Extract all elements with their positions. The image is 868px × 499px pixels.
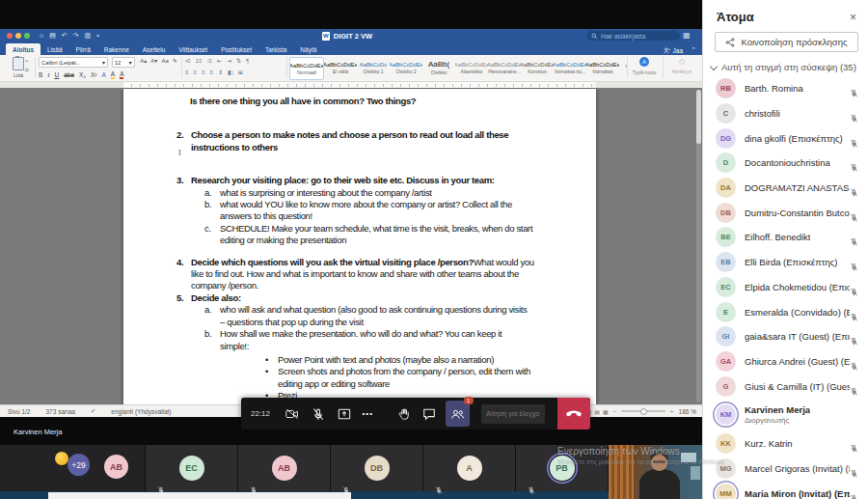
tab-aloitus[interactable]: Aloitus [6,43,41,55]
mic-off-indicator[interactable] [850,439,858,448]
zoom-level[interactable]: 186 % [679,408,696,415]
participant-row[interactable]: GAGhiurca Andrei (Guest) (Επισκ. [703,349,868,374]
more-actions-button[interactable]: ••• [357,409,378,418]
style-otsikko-1[interactable]: AaBbCcDcOtsikko 1 [357,57,390,78]
mic-off-indicator[interactable] [850,357,858,366]
font-size-select[interactable]: 12▾ [112,57,135,68]
style-otsikko-2[interactable]: AaBbCcDdEeOtsikko 2 [390,57,422,78]
bullets-button[interactable]: •≡ [185,57,191,66]
zoom-window-button[interactable] [24,33,30,39]
borders-button[interactable]: ⊞ [238,69,243,77]
tab-viittaukset[interactable]: Viittaukset [172,43,214,55]
font-color-button[interactable]: A [120,70,123,79]
word-count[interactable]: 373 sanaa [46,408,75,415]
indent-button[interactable]: ⇥ [227,57,231,66]
redo-icon[interactable]: ↷ [73,29,79,42]
share-invite-button[interactable]: Κοινοποίηση πρόσκλησης [715,32,858,52]
close-panel-button[interactable]: × [850,12,856,23]
participant-row[interactable]: DGdina gkolfi (Επισκέπτης) [703,125,868,151]
participant-tile-ec[interactable]: EC [146,445,237,491]
share-button[interactable]: Jaa [664,47,683,54]
mic-off-indicator[interactable] [850,208,858,217]
participant-row[interactable]: EBElli Birda (Επισκέπτης) [703,250,868,275]
mic-off-indicator[interactable] [850,233,858,241]
mic-off-indicator[interactable] [850,258,858,266]
language-indicator[interactable]: englanti (Yhdysvallat) [111,408,171,415]
in-meeting-section-header[interactable]: Αυτή τη στιγμή στη σύσκεψη (35) [711,62,861,72]
align-right-button[interactable]: ≡ [202,69,205,77]
minimize-window-button[interactable] [15,33,21,39]
share-sheet-icon[interactable]: ▦ [683,31,691,40]
style-alaotsikko[interactable]: AaBbCcDdEeAlaotsikko [455,57,488,78]
page-indicator[interactable]: Sivu 1/2 [8,408,31,415]
tab-lisää[interactable]: Lisää [41,43,69,55]
overflow-tile[interactable]: +29AB [0,445,145,491]
mic-off-indicator[interactable] [850,183,858,192]
line-spacing-button[interactable]: ⇕ [218,69,223,77]
italic-button[interactable]: I [47,71,49,78]
zoom-slider[interactable] [621,410,665,412]
mic-off-indicator[interactable] [850,308,858,317]
tab-asettelu[interactable]: Asettelu [136,43,173,55]
end-call-button[interactable] [557,398,590,430]
participant-row[interactable]: MGMarcel Grigoras (Invitat) (Επισ. [703,457,868,482]
participant-row[interactable]: KKKurz. Katrin [703,431,868,457]
participant-tile-db[interactable]: DB [331,445,422,491]
multilevel-button[interactable]: ⁝≡ [206,57,211,66]
participant-row[interactable]: MMMaria Miron (Invitat) (Επισκ [703,481,868,499]
people-button[interactable]: 1 [446,401,470,427]
search-box[interactable]: Hae asiakirjasta [586,31,680,41]
print-layout-icon[interactable]: ▤ [594,408,600,415]
sort-button[interactable]: ⇅ [236,57,241,66]
participant-row[interactable]: Cchristofili [703,101,868,126]
font-size-down-icon[interactable]: A▾ [150,57,157,66]
request-control-button[interactable]: Αίτηση για έλεγχο [481,404,545,424]
raise-hand-button[interactable] [391,398,417,430]
change-case-icon[interactable]: Aa [161,57,168,66]
strikethrough-button[interactable]: abe [64,71,74,78]
mic-off-indicator[interactable] [850,489,858,498]
participant-row[interactable]: DDocantoniouchristina [703,151,868,176]
style-voimakas-ko-[interactable]: AaBbCcDdEeVoimakas ko... [554,57,586,78]
print-icon[interactable]: ▥ [85,29,92,42]
mic-off-indicator[interactable] [850,283,858,291]
mic-off-indicator[interactable] [850,332,858,341]
mic-off-indicator[interactable] [850,382,858,391]
participant-row[interactable]: ECElpida Chokmetidou (Επισκέπ. [703,275,868,300]
tab-piirrä[interactable]: Piirrä [69,43,97,55]
home-icon[interactable]: ⌂ [40,29,43,42]
styles-pane-button[interactable]: A Tyylit-ruutu [629,57,660,75]
zoom-out-icon[interactable]: – [613,408,616,414]
superscript-button[interactable]: X² [91,71,97,78]
participant-row[interactable]: DBDumitru-Constantin Butco (Gu [703,200,868,225]
tab-postitukset[interactable]: Postitukset [214,43,258,55]
justify-button[interactable]: ≡ [210,69,214,77]
participant-row[interactable]: KMKarvinen MerjaΔιοργανωτής [703,399,868,431]
style-hienovaraine-[interactable]: AaBbCcDdEeHienovaraine... [488,57,521,78]
collapse-ribbon-icon[interactable]: ⌃ [691,46,696,54]
mic-off-indicator[interactable] [850,84,858,93]
share-screen-button[interactable] [331,398,357,430]
style-voimakas[interactable]: AaBbCcDdEeVoimakas [586,57,619,78]
camera-off-button[interactable] [280,398,306,430]
close-window-button[interactable] [7,33,13,39]
document-page[interactable]: I Is there one thing you all have in com… [123,89,596,404]
sensitivity-button[interactable]: ◇ Herkkyys [665,57,698,74]
outdent-button[interactable]: ⇤ [217,57,222,66]
mic-off-indicator[interactable] [850,158,858,167]
chat-button[interactable] [417,398,443,430]
style-ei-v-li-[interactable]: AaBbCcDdEeEi väliä [324,57,357,78]
mic-off-indicator[interactable] [850,464,858,473]
mic-off-indicator[interactable] [850,109,858,118]
undo-icon[interactable]: ↶ [62,29,68,42]
style-otsikko[interactable]: AaBb(Otsikko [422,57,455,78]
participant-row[interactable]: GIgaia&sara IT (Guest) (Επισκέπ. [703,324,868,349]
text-effects-button[interactable]: A [101,71,105,78]
mic-off-button[interactable] [306,398,332,430]
participant-tile-pb[interactable]: PB [516,445,608,491]
participant-row[interactable]: RBBarth. Romina [703,76,868,101]
tab-tarkista[interactable]: Tarkista [258,43,293,55]
highlight-button[interactable]: A [111,70,115,79]
participant-row[interactable]: EEsmeralda (Convidado) (Επισκ. [703,299,868,324]
cut-icon[interactable]: ✂ [25,58,29,64]
